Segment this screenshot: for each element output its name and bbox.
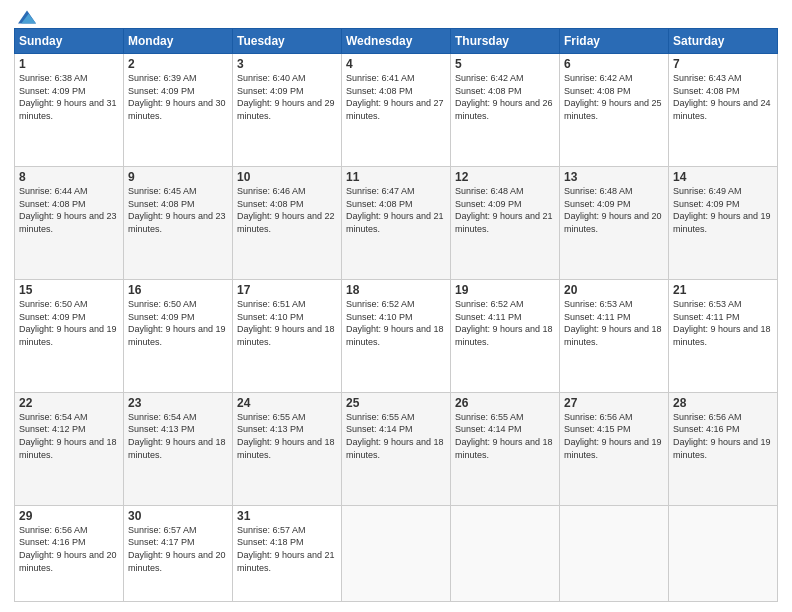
day-info: Sunrise: 6:42 AMSunset: 4:08 PMDaylight:… <box>564 72 664 122</box>
calendar-cell: 6Sunrise: 6:42 AMSunset: 4:08 PMDaylight… <box>560 54 669 167</box>
calendar-cell: 16Sunrise: 6:50 AMSunset: 4:09 PMDayligh… <box>124 279 233 392</box>
day-number: 8 <box>19 170 119 184</box>
calendar-cell: 7Sunrise: 6:43 AMSunset: 4:08 PMDaylight… <box>669 54 778 167</box>
day-info: Sunrise: 6:48 AMSunset: 4:09 PMDaylight:… <box>455 185 555 235</box>
calendar-cell: 28Sunrise: 6:56 AMSunset: 4:16 PMDayligh… <box>669 392 778 505</box>
calendar-week-4: 22Sunrise: 6:54 AMSunset: 4:12 PMDayligh… <box>15 392 778 505</box>
day-header-sunday: Sunday <box>15 29 124 54</box>
calendar-cell: 3Sunrise: 6:40 AMSunset: 4:09 PMDaylight… <box>233 54 342 167</box>
calendar-cell: 12Sunrise: 6:48 AMSunset: 4:09 PMDayligh… <box>451 166 560 279</box>
day-info: Sunrise: 6:46 AMSunset: 4:08 PMDaylight:… <box>237 185 337 235</box>
calendar-cell: 5Sunrise: 6:42 AMSunset: 4:08 PMDaylight… <box>451 54 560 167</box>
calendar-cell: 1Sunrise: 6:38 AMSunset: 4:09 PMDaylight… <box>15 54 124 167</box>
calendar-table: SundayMondayTuesdayWednesdayThursdayFrid… <box>14 28 778 602</box>
day-number: 12 <box>455 170 555 184</box>
calendar-cell <box>560 505 669 601</box>
calendar-cell: 4Sunrise: 6:41 AMSunset: 4:08 PMDaylight… <box>342 54 451 167</box>
calendar-cell: 24Sunrise: 6:55 AMSunset: 4:13 PMDayligh… <box>233 392 342 505</box>
day-info: Sunrise: 6:38 AMSunset: 4:09 PMDaylight:… <box>19 72 119 122</box>
day-info: Sunrise: 6:50 AMSunset: 4:09 PMDaylight:… <box>19 298 119 348</box>
day-number: 31 <box>237 509 337 523</box>
page: SundayMondayTuesdayWednesdayThursdayFrid… <box>0 0 792 612</box>
calendar-cell: 22Sunrise: 6:54 AMSunset: 4:12 PMDayligh… <box>15 392 124 505</box>
calendar-cell: 20Sunrise: 6:53 AMSunset: 4:11 PMDayligh… <box>560 279 669 392</box>
day-info: Sunrise: 6:55 AMSunset: 4:14 PMDaylight:… <box>346 411 446 461</box>
day-number: 5 <box>455 57 555 71</box>
logo <box>14 10 36 20</box>
day-number: 6 <box>564 57 664 71</box>
day-number: 28 <box>673 396 773 410</box>
calendar-cell: 18Sunrise: 6:52 AMSunset: 4:10 PMDayligh… <box>342 279 451 392</box>
calendar-header-row: SundayMondayTuesdayWednesdayThursdayFrid… <box>15 29 778 54</box>
calendar-cell: 31Sunrise: 6:57 AMSunset: 4:18 PMDayligh… <box>233 505 342 601</box>
day-header-thursday: Thursday <box>451 29 560 54</box>
day-number: 1 <box>19 57 119 71</box>
logo-icon <box>18 10 36 24</box>
day-number: 23 <box>128 396 228 410</box>
calendar-cell: 23Sunrise: 6:54 AMSunset: 4:13 PMDayligh… <box>124 392 233 505</box>
day-info: Sunrise: 6:55 AMSunset: 4:14 PMDaylight:… <box>455 411 555 461</box>
day-info: Sunrise: 6:40 AMSunset: 4:09 PMDaylight:… <box>237 72 337 122</box>
day-info: Sunrise: 6:45 AMSunset: 4:08 PMDaylight:… <box>128 185 228 235</box>
calendar-cell: 19Sunrise: 6:52 AMSunset: 4:11 PMDayligh… <box>451 279 560 392</box>
day-number: 18 <box>346 283 446 297</box>
calendar-cell <box>451 505 560 601</box>
calendar-cell <box>342 505 451 601</box>
day-info: Sunrise: 6:55 AMSunset: 4:13 PMDaylight:… <box>237 411 337 461</box>
day-header-friday: Friday <box>560 29 669 54</box>
day-number: 16 <box>128 283 228 297</box>
day-number: 20 <box>564 283 664 297</box>
day-number: 22 <box>19 396 119 410</box>
calendar-cell: 14Sunrise: 6:49 AMSunset: 4:09 PMDayligh… <box>669 166 778 279</box>
day-number: 25 <box>346 396 446 410</box>
calendar-cell: 8Sunrise: 6:44 AMSunset: 4:08 PMDaylight… <box>15 166 124 279</box>
day-info: Sunrise: 6:57 AMSunset: 4:18 PMDaylight:… <box>237 524 337 574</box>
calendar-cell: 10Sunrise: 6:46 AMSunset: 4:08 PMDayligh… <box>233 166 342 279</box>
day-info: Sunrise: 6:50 AMSunset: 4:09 PMDaylight:… <box>128 298 228 348</box>
day-info: Sunrise: 6:48 AMSunset: 4:09 PMDaylight:… <box>564 185 664 235</box>
calendar-cell: 21Sunrise: 6:53 AMSunset: 4:11 PMDayligh… <box>669 279 778 392</box>
day-number: 30 <box>128 509 228 523</box>
calendar-week-1: 1Sunrise: 6:38 AMSunset: 4:09 PMDaylight… <box>15 54 778 167</box>
calendar-cell: 15Sunrise: 6:50 AMSunset: 4:09 PMDayligh… <box>15 279 124 392</box>
day-number: 19 <box>455 283 555 297</box>
calendar-cell: 9Sunrise: 6:45 AMSunset: 4:08 PMDaylight… <box>124 166 233 279</box>
day-info: Sunrise: 6:54 AMSunset: 4:13 PMDaylight:… <box>128 411 228 461</box>
calendar-week-3: 15Sunrise: 6:50 AMSunset: 4:09 PMDayligh… <box>15 279 778 392</box>
calendar-week-5: 29Sunrise: 6:56 AMSunset: 4:16 PMDayligh… <box>15 505 778 601</box>
day-info: Sunrise: 6:41 AMSunset: 4:08 PMDaylight:… <box>346 72 446 122</box>
day-number: 4 <box>346 57 446 71</box>
day-info: Sunrise: 6:53 AMSunset: 4:11 PMDaylight:… <box>564 298 664 348</box>
day-number: 24 <box>237 396 337 410</box>
calendar-cell: 2Sunrise: 6:39 AMSunset: 4:09 PMDaylight… <box>124 54 233 167</box>
day-header-monday: Monday <box>124 29 233 54</box>
day-info: Sunrise: 6:52 AMSunset: 4:11 PMDaylight:… <box>455 298 555 348</box>
day-info: Sunrise: 6:44 AMSunset: 4:08 PMDaylight:… <box>19 185 119 235</box>
day-header-tuesday: Tuesday <box>233 29 342 54</box>
day-number: 11 <box>346 170 446 184</box>
calendar-cell: 17Sunrise: 6:51 AMSunset: 4:10 PMDayligh… <box>233 279 342 392</box>
day-info: Sunrise: 6:51 AMSunset: 4:10 PMDaylight:… <box>237 298 337 348</box>
calendar-cell <box>669 505 778 601</box>
day-number: 9 <box>128 170 228 184</box>
calendar-cell: 30Sunrise: 6:57 AMSunset: 4:17 PMDayligh… <box>124 505 233 601</box>
day-number: 14 <box>673 170 773 184</box>
day-info: Sunrise: 6:52 AMSunset: 4:10 PMDaylight:… <box>346 298 446 348</box>
calendar-cell: 13Sunrise: 6:48 AMSunset: 4:09 PMDayligh… <box>560 166 669 279</box>
day-number: 3 <box>237 57 337 71</box>
day-header-saturday: Saturday <box>669 29 778 54</box>
day-info: Sunrise: 6:43 AMSunset: 4:08 PMDaylight:… <box>673 72 773 122</box>
calendar-cell: 26Sunrise: 6:55 AMSunset: 4:14 PMDayligh… <box>451 392 560 505</box>
day-info: Sunrise: 6:56 AMSunset: 4:15 PMDaylight:… <box>564 411 664 461</box>
day-number: 17 <box>237 283 337 297</box>
day-info: Sunrise: 6:54 AMSunset: 4:12 PMDaylight:… <box>19 411 119 461</box>
day-number: 10 <box>237 170 337 184</box>
calendar-cell: 25Sunrise: 6:55 AMSunset: 4:14 PMDayligh… <box>342 392 451 505</box>
day-number: 21 <box>673 283 773 297</box>
day-info: Sunrise: 6:56 AMSunset: 4:16 PMDaylight:… <box>673 411 773 461</box>
day-info: Sunrise: 6:49 AMSunset: 4:09 PMDaylight:… <box>673 185 773 235</box>
day-info: Sunrise: 6:42 AMSunset: 4:08 PMDaylight:… <box>455 72 555 122</box>
logo-text <box>14 10 36 24</box>
day-number: 26 <box>455 396 555 410</box>
calendar-cell: 11Sunrise: 6:47 AMSunset: 4:08 PMDayligh… <box>342 166 451 279</box>
